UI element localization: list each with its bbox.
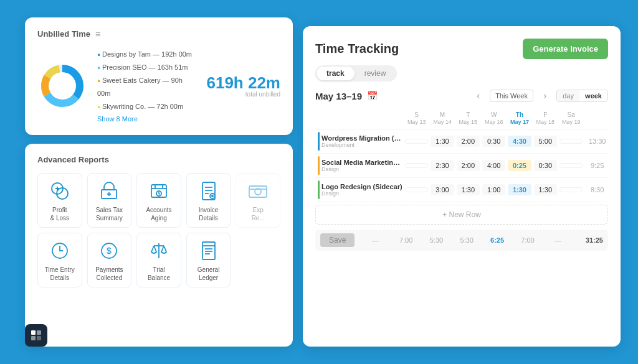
week-view-button[interactable]: week [579, 90, 607, 101]
time-sat-3[interactable] [558, 178, 584, 202]
report-sales-tax[interactable]: Sales TaxSummary [87, 173, 132, 228]
tt-date-nav: May 13–19 📅 ‹ This Week › day week [315, 89, 608, 103]
logo-icon [29, 329, 43, 342]
footer-total-thu: 6:25 [483, 236, 512, 244]
svg-rect-34 [37, 330, 41, 335]
time-sun-3[interactable] [404, 178, 429, 202]
legend-area: Designs by Tam — 192h 00m Precision SEO … [97, 48, 196, 124]
report-label-trial: TrialBalance [148, 266, 170, 282]
time-mon-2[interactable]: 2:30 [429, 154, 455, 178]
row-total-1: 13:30 [584, 129, 608, 154]
legend-item-3: Sweet Eats Cakery — 90h 00m [97, 74, 196, 100]
report-accounts-aging[interactable]: AccountsAging [136, 173, 181, 228]
project-name-1: Wordpress Migration (Assembly We... [321, 134, 402, 142]
footer-total-sun: — [361, 236, 390, 244]
project-type-2: Design [321, 166, 402, 172]
svg-rect-35 [31, 336, 36, 340]
date-range-text: May 13–19 [315, 91, 362, 101]
report-label-ledger: GeneralLedger [198, 266, 220, 282]
left-panel: Unbilled Time ≡ Designs by Tam — 192h 00… [25, 17, 293, 347]
generate-invoice-button[interactable]: Generate Invoice [523, 39, 608, 59]
time-tracking-panel: Time Tracking Generate Invoice track rev… [303, 26, 621, 347]
time-fri-1[interactable]: 5:00 [533, 129, 558, 154]
legend-item-2: Precision SEO — 163h 51m [97, 61, 196, 74]
col-total [584, 109, 608, 129]
time-fri-3[interactable]: 1:30 [533, 178, 558, 202]
report-payments[interactable]: $ PaymentsCollected [87, 233, 132, 287]
col-tue: TMay 15 [455, 109, 481, 129]
save-button[interactable]: Save [320, 233, 355, 247]
legend-item-4: Skywriting Co. — 72h 00m [97, 100, 196, 113]
time-thu-3[interactable]: 1:30 [507, 178, 532, 202]
time-wed-2[interactable]: 4:00 [481, 154, 507, 178]
svg-rect-15 [202, 182, 215, 200]
tab-review[interactable]: review [355, 67, 396, 80]
time-tue-2[interactable]: 2:00 [455, 154, 481, 178]
prev-week-button[interactable]: ‹ [473, 89, 483, 103]
next-week-button[interactable]: › [540, 89, 550, 103]
total-value: 619h 22m [206, 75, 280, 91]
time-thu-1[interactable]: 4:30 [507, 129, 532, 154]
time-sun-1[interactable] [404, 129, 429, 154]
this-week-button[interactable]: This Week [490, 90, 533, 102]
time-wed-3[interactable]: 1:00 [481, 178, 507, 202]
reports-title: Advanced Reports [37, 155, 280, 164]
col-sun: SMay 13 [404, 109, 429, 129]
project-type-3: Design [321, 190, 402, 197]
time-wed-1[interactable]: 0:30 [481, 129, 507, 154]
view-toggles: day week [556, 90, 608, 102]
day-view-button[interactable]: day [557, 90, 579, 101]
report-profit-loss[interactable]: Profit& Loss [37, 173, 82, 228]
footer-total-tue: 5:30 [422, 236, 451, 244]
footer-total-wed: 5:30 [452, 236, 482, 244]
col-fri: FMay 18 [533, 109, 558, 129]
nav-controls: ‹ This Week › day week [473, 89, 608, 103]
donut-chart [37, 61, 87, 111]
legend-item-1: Designs by Tam — 192h 00m [97, 48, 196, 61]
report-label-time: Time EntryDetails [45, 266, 75, 282]
report-label-payments: PaymentsCollected [95, 266, 123, 282]
col-mon: MMay 14 [429, 109, 455, 129]
new-row-button[interactable]: + New Row [315, 205, 608, 225]
footer-total-sat: — [543, 236, 573, 244]
col-project [315, 109, 404, 129]
time-table: SMay 13 MMay 14 TMay 15 WMay 16 ThMay 17… [315, 109, 608, 202]
col-sat: SaMay 19 [558, 109, 584, 129]
report-expense[interactable]: ExpRe... [236, 173, 280, 228]
time-tue-1[interactable]: 2:00 [455, 129, 481, 154]
svg-text:$: $ [107, 246, 112, 256]
unbilled-time-card: Unbilled Time ≡ Designs by Tam — 192h 00… [25, 17, 293, 135]
project-cell-1: Wordpress Migration (Assembly We... Deve… [315, 129, 404, 154]
table-row: Logo Redesign (Sidecar) Design 3:00 1:30… [315, 178, 608, 202]
calendar-icon[interactable]: 📅 [367, 91, 378, 101]
unbilled-content: Designs by Tam — 192h 00m Precision SEO … [37, 48, 280, 124]
project-name-3: Logo Redesign (Sidecar) [321, 183, 402, 190]
show-more-link[interactable]: Show 8 More [97, 115, 138, 123]
tt-header: Time Tracking Generate Invoice [315, 39, 608, 59]
time-mon-3[interactable]: 3:00 [429, 178, 455, 202]
time-fri-2[interactable]: 0:30 [533, 154, 558, 178]
menu-icon[interactable]: ≡ [95, 29, 101, 39]
row-total-3: 8:30 [584, 178, 608, 202]
time-thu-2[interactable]: 0:25 [507, 154, 532, 178]
project-name-2: Social Media Marketing - June (Neu...) [321, 159, 402, 166]
time-tue-3[interactable]: 1:30 [455, 178, 481, 202]
table-row: Wordpress Migration (Assembly We... Deve… [315, 129, 608, 154]
footer-total-fri: 7:00 [513, 236, 543, 244]
report-label-sales-tax: Sales TaxSummary [96, 206, 123, 222]
table-row: Social Media Marketing - June (Neu...) D… [315, 154, 608, 178]
time-mon-1[interactable]: 1:30 [429, 129, 455, 154]
report-general-ledger[interactable]: GeneralLedger [186, 233, 231, 287]
time-sun-2[interactable] [404, 154, 429, 178]
report-invoice-details[interactable]: InvoiceDetails [186, 173, 231, 228]
report-time-entry[interactable]: Time EntryDetails [37, 233, 82, 287]
svg-rect-36 [37, 336, 41, 340]
tt-tabs: track review [315, 65, 397, 82]
unbilled-title-text: Unbilled Time [37, 29, 90, 39]
report-trial-balance[interactable]: TrialBalance [136, 233, 181, 287]
time-sat-1[interactable] [558, 129, 584, 154]
tab-track[interactable]: track [317, 67, 355, 80]
time-sat-2[interactable] [558, 154, 584, 178]
col-thu-today: ThMay 17 [507, 109, 532, 129]
row-total-2: 9:25 [584, 154, 608, 178]
